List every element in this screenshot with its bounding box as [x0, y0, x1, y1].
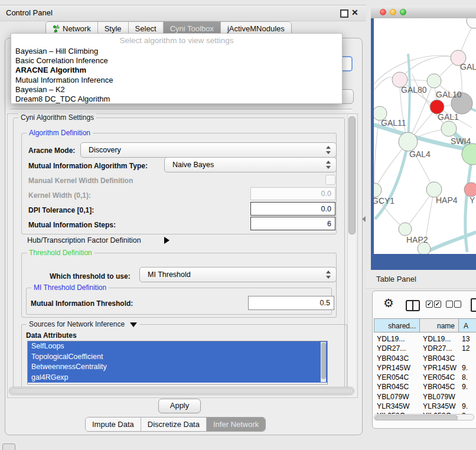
aracne-mode-select[interactable]: Discovery [80, 142, 337, 158]
minimize-window-icon[interactable] [390, 9, 396, 15]
file-icon[interactable] [471, 298, 476, 312]
network-canvas[interactable]: GALGAL80GAL10GAL1GAL11SWI4GAL4GCY1HAP4YH… [374, 18, 476, 254]
threshold-definition-title: Threshold Definition [27, 249, 94, 257]
mi-threshold-group-title: MI Threshold Definition [31, 283, 109, 292]
select-all-checkbox-icon[interactable]: ✓ [434, 301, 441, 308]
expand-right-icon[interactable] [164, 237, 169, 244]
scrollbar-thumb[interactable] [375, 415, 458, 420]
network-node-gal4[interactable] [399, 132, 418, 151]
apply-button[interactable]: Apply [158, 399, 201, 413]
table-cell: YPR145W [420, 363, 459, 373]
data-attribute-gal4rgexp[interactable]: gal4RGexp [28, 373, 327, 383]
network-node-gcy1[interactable] [374, 183, 382, 197]
network-edge-thick[interactable] [408, 54, 410, 142]
zoom-window-icon[interactable] [400, 9, 406, 15]
hub-definition-label: Hub/Transcription Factor Definition [27, 236, 141, 244]
mi-steps-value: 6 [327, 220, 331, 228]
table-row[interactable]: YPR145WYPR145W9. [374, 363, 476, 373]
select-all-checkbox-icon[interactable]: ✓ [426, 301, 433, 308]
deselect-all-checkbox-icon[interactable] [446, 301, 453, 308]
scrollbar-thumb[interactable] [10, 388, 353, 394]
kernel-width-value: 0.0 [321, 190, 331, 198]
close-panel-icon[interactable]: ✕ [351, 8, 358, 17]
column-browser-icon[interactable] [406, 300, 420, 311]
column-header-a[interactable]: A [459, 318, 476, 332]
algorithm-option-mutual-information-inference[interactable]: Mutual Information Inference [15, 76, 340, 85]
table-cell: 9. [459, 402, 476, 411]
dpi-tolerance-field[interactable]: 0.0 [250, 202, 335, 216]
kernel-width-label: Kernel Width (0,1): [28, 191, 91, 200]
hub-definition-expander[interactable]: Hub/Transcription Factor Definition [27, 236, 141, 244]
attributes-list-scrollbar[interactable] [321, 342, 326, 382]
table-settings-gear-icon[interactable]: ⚙ [383, 297, 394, 309]
table-rows: YDL19...YDL19...13YDR27...YDR27...12YBR0… [374, 334, 476, 421]
table-row[interactable]: YLR345WYLR345W9. [374, 402, 476, 411]
table-cell: YDR27... [374, 344, 420, 353]
algorithm-option-dream8-dc-tdc-algorithm[interactable]: Dream8 DC_TDC Algorithm [15, 94, 340, 104]
network-edge-thick[interactable] [426, 232, 476, 252]
table-row[interactable]: YBR045CYBR045C9. [374, 382, 476, 392]
table-cell: YDL19... [420, 334, 459, 344]
network-node-y[interactable] [464, 182, 476, 197]
settings-horizontal-scrollbar[interactable] [9, 387, 354, 395]
table-row[interactable]: YBL079WYBL079W [374, 392, 476, 402]
network-node-hap2[interactable] [399, 223, 412, 236]
manual-kernel-checkbox[interactable] [325, 175, 335, 185]
algorithm-option-bayesian-k2[interactable]: Bayesian – K2 [15, 85, 340, 94]
table-horizontal-scrollbar[interactable] [374, 414, 474, 420]
manual-kernel-label: Manual Kernel Width Definition [28, 177, 133, 185]
mi-type-label: Mutual Information Algorithm Type: [28, 162, 148, 170]
table-cell: YBL079W [374, 392, 420, 402]
float-panel-icon[interactable] [340, 9, 348, 18]
algorithm-placeholder: Select algorithm to view settings [11, 36, 342, 45]
data-attribute-selfloops[interactable]: SelfLoops [28, 341, 327, 352]
control-panel-titlebar: Control Panel ✕ [0, 5, 366, 21]
deselect-all-checkbox-icon[interactable] [454, 301, 461, 308]
tab-discretize-data[interactable]: Discretize Data [141, 418, 207, 431]
table-row[interactable]: YER054CYER054C8. [374, 373, 476, 382]
panel-divider-grip[interactable] [362, 216, 366, 222]
table-cell: YER054C [420, 373, 459, 382]
settings-vertical-scrollbar[interactable] [347, 115, 356, 396]
data-attributes-list[interactable]: SelfLoopsTopologicalCoefficientBetweenne… [27, 341, 328, 384]
mi-steps-field[interactable]: 6 [250, 217, 335, 230]
network-node-swi4[interactable] [441, 121, 457, 136]
sources-group-title: Sources for Network Inference [27, 320, 139, 328]
mi-type-select[interactable]: Naive Bayes [164, 157, 337, 172]
combo-arrows-icon [326, 160, 331, 169]
column-header-shared-[interactable]: shared... [374, 318, 420, 332]
algorithm-option-aracne-algorithm[interactable]: ARACNE Algorithm [15, 66, 340, 75]
network-window-titlebar[interactable] [371, 6, 476, 19]
which-threshold-select[interactable]: MI Threshold [139, 267, 337, 282]
collapse-down-icon[interactable] [130, 322, 137, 327]
node-label-gal: GAL [460, 62, 476, 71]
data-attribute-topologicalcoefficient[interactable]: TopologicalCoefficient [28, 352, 327, 363]
table-row[interactable]: YBR043CYBR043C [374, 354, 476, 363]
column-header-name[interactable]: name [420, 318, 459, 332]
tab-infer-network[interactable]: Infer Network [207, 418, 265, 431]
data-attribute-betweennesscentrality[interactable]: BetweennessCentrality [28, 362, 327, 373]
algorithm-options: Bayesian – Hill ClimbingBasic Correlatio… [15, 47, 340, 104]
minimized-panel-chip[interactable] [2, 444, 15, 450]
kernel-width-field[interactable]: 0.0 [250, 187, 335, 200]
network-node-gal10[interactable] [427, 74, 441, 88]
network-graph[interactable]: GALGAL80GAL10GAL1GAL11SWI4GAL4GCY1HAP4YH… [374, 18, 476, 254]
node-label-hap4: HAP4 [436, 195, 458, 205]
scrollbar-thumb[interactable] [348, 116, 356, 234]
node-label-gal10: GAL10 [436, 90, 462, 99]
network-node[interactable] [467, 18, 476, 28]
close-window-icon[interactable] [380, 9, 386, 15]
table-cell: YBR045C [374, 382, 420, 392]
aracne-mode-label: Aracne Mode: [28, 146, 75, 155]
algorithm-option-bayesian-hill-climbing[interactable]: Bayesian – Hill Climbing [15, 47, 340, 56]
mi-type-value: Naive Bayes [172, 161, 214, 169]
table-row[interactable]: YDR27...YDR27...12 [374, 344, 476, 353]
algorithm-option-basic-correlation-inference[interactable]: Basic Correlation Inference [15, 56, 340, 66]
mi-threshold-field[interactable]: 0.5 [248, 296, 334, 310]
table-cell: YDR27... [420, 344, 459, 353]
table-row[interactable]: YDL19...YDL19...13 [374, 334, 476, 344]
table-cell: YBR043C [374, 354, 420, 363]
tab-impute-data[interactable]: Impute Data [86, 418, 141, 431]
table-panel: ⚙ ✓ ✓ shared...nameA YDL19...YDL19...13Y… [372, 291, 476, 429]
network-icon [53, 25, 60, 32]
